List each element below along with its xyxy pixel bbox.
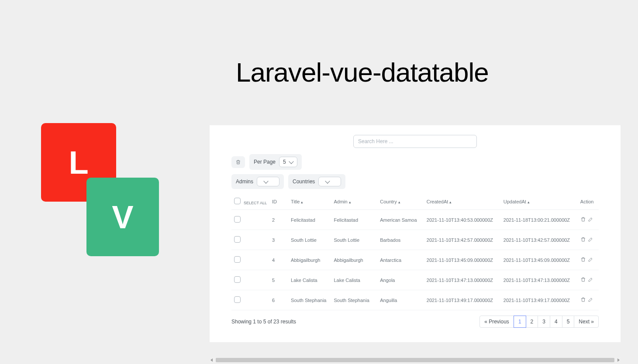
row-edit-button[interactable] xyxy=(588,297,593,303)
row-delete-button[interactable] xyxy=(580,216,586,223)
pagination: « Previous12345Next » xyxy=(479,316,599,328)
row-checkbox[interactable] xyxy=(234,276,241,283)
sort-asc-icon: ▴ xyxy=(349,200,351,204)
pagination-page-3[interactable]: 3 xyxy=(538,316,550,328)
cell-created: 2021-11-10T13:40:53.000000Z xyxy=(424,210,501,230)
column-action: Action xyxy=(578,193,599,210)
sort-asc-icon: ▴ xyxy=(398,200,400,204)
scrollbar-thumb[interactable] xyxy=(216,358,614,362)
search-input[interactable] xyxy=(353,135,477,148)
cell-updated: 2021-11-18T13:00:21.000000Z xyxy=(501,210,578,230)
edit-icon xyxy=(588,237,593,242)
bulk-delete-button[interactable] xyxy=(231,156,245,168)
sort-asc-icon: ▴ xyxy=(528,200,530,204)
cell-country: Anguilla xyxy=(377,290,424,310)
table-row: 4AbbigailburghAbbigailburghAntarctica202… xyxy=(231,250,599,270)
cell-title: South Stephania xyxy=(288,290,331,310)
cell-created: 2021-11-10T13:42:57.000000Z xyxy=(424,230,501,250)
row-checkbox[interactable] xyxy=(234,216,241,223)
cell-country: Barbados xyxy=(377,230,424,250)
sort-asc-icon: ▴ xyxy=(301,200,303,204)
row-edit-button[interactable] xyxy=(588,237,593,243)
filter-admins: Admins xyxy=(231,174,284,189)
cell-country: Angola xyxy=(377,270,424,290)
filter-countries-label: Countries xyxy=(293,179,315,185)
per-page-label: Per Page xyxy=(254,159,276,165)
pagination-page-5[interactable]: 5 xyxy=(562,316,575,328)
filter-countries-select[interactable] xyxy=(318,177,341,186)
per-page-control: Per Page 5 xyxy=(249,154,302,170)
column-created[interactable]: CreatedAt▴ xyxy=(424,193,501,210)
datatable-panel: Per Page 5 Admins Countries xyxy=(210,125,621,342)
page-title: Laravel-vue-datatable xyxy=(236,57,489,88)
cell-admin: Abbigailburgh xyxy=(331,250,377,270)
cell-id: 3 xyxy=(269,230,288,250)
cell-updated: 2021-11-10T13:49:17.000000Z xyxy=(501,290,578,310)
cell-admin: Lake Calista xyxy=(331,270,377,290)
column-country[interactable]: Country▴ xyxy=(377,193,424,210)
column-updated[interactable]: UpdatedAt▴ xyxy=(501,193,578,210)
chevron-down-icon xyxy=(289,159,293,164)
trash-icon xyxy=(580,257,586,262)
pagination-page-2[interactable]: 2 xyxy=(526,316,538,328)
cell-created: 2021-11-10T13:45:09.000000Z xyxy=(424,250,501,270)
column-id[interactable]: ID xyxy=(269,193,288,210)
results-summary: Showing 1 to 5 of 23 results xyxy=(231,319,296,325)
trash-icon xyxy=(580,297,586,302)
chevron-down-icon xyxy=(263,179,268,183)
cell-country: American Samoa xyxy=(377,210,424,230)
cell-country: Antarctica xyxy=(377,250,424,270)
chevron-down-icon xyxy=(325,179,330,183)
select-all-checkbox[interactable] xyxy=(234,198,241,204)
edit-icon xyxy=(588,257,593,262)
cell-id: 4 xyxy=(269,250,288,270)
row-edit-button[interactable] xyxy=(588,216,593,223)
trash-icon xyxy=(580,216,586,222)
cell-created: 2021-11-10T13:49:17.000000Z xyxy=(424,290,501,310)
table-row: 3South LottieSouth LottieBarbados2021-11… xyxy=(231,230,599,250)
select-all-label: SELECT ALL xyxy=(244,201,267,205)
cell-title: Lake Calista xyxy=(288,270,331,290)
table-row: 5Lake CalistaLake CalistaAngola2021-11-1… xyxy=(231,270,599,290)
cell-updated: 2021-11-10T13:45:09.000000Z xyxy=(501,250,578,270)
filter-admins-label: Admins xyxy=(236,179,253,185)
row-checkbox[interactable] xyxy=(234,256,241,263)
trash-icon xyxy=(580,237,586,242)
table-row: 2FelicitastadFelicitastadAmerican Samoa2… xyxy=(231,210,599,230)
filter-admins-select[interactable] xyxy=(257,177,279,186)
cell-admin: South Stephania xyxy=(331,290,377,310)
pagination-next[interactable]: Next » xyxy=(574,316,599,328)
horizontal-scrollbar[interactable] xyxy=(210,357,621,363)
sort-asc-icon: ▴ xyxy=(449,200,452,204)
cell-updated: 2021-11-10T13:47:13.000000Z xyxy=(501,270,578,290)
edit-icon xyxy=(588,297,593,302)
row-edit-button[interactable] xyxy=(588,277,593,283)
pagination-page-1[interactable]: 1 xyxy=(514,316,526,328)
cell-created: 2021-11-10T13:47:13.000000Z xyxy=(424,270,501,290)
cell-title: Felicitastad xyxy=(288,210,331,230)
column-title[interactable]: Title▴ xyxy=(288,193,331,210)
column-admin[interactable]: Admin▴ xyxy=(331,193,377,210)
row-delete-button[interactable] xyxy=(580,297,586,303)
cell-id: 6 xyxy=(269,290,288,310)
row-edit-button[interactable] xyxy=(588,257,593,263)
row-delete-button[interactable] xyxy=(580,277,586,283)
pagination-page-4[interactable]: 4 xyxy=(550,316,562,328)
row-delete-button[interactable] xyxy=(580,237,586,243)
pagination-prev[interactable]: « Previous xyxy=(479,316,514,328)
row-delete-button[interactable] xyxy=(580,257,586,263)
cell-id: 5 xyxy=(269,270,288,290)
cell-title: Abbigailburgh xyxy=(288,250,331,270)
edit-icon xyxy=(588,216,593,222)
row-checkbox[interactable] xyxy=(234,296,241,303)
filter-countries: Countries xyxy=(288,174,345,189)
per-page-value: 5 xyxy=(283,159,286,165)
row-checkbox[interactable] xyxy=(234,236,241,243)
cell-title: South Lottie xyxy=(288,230,331,250)
cell-updated: 2021-11-10T13:42:57.000000Z xyxy=(501,230,578,250)
trash-icon xyxy=(580,277,586,282)
per-page-select[interactable]: 5 xyxy=(279,157,297,167)
data-table: SELECT ALL ID Title▴ Admin▴ Country▴ Cre… xyxy=(231,193,599,310)
cell-admin: Felicitastad xyxy=(331,210,377,230)
edit-icon xyxy=(588,277,593,282)
